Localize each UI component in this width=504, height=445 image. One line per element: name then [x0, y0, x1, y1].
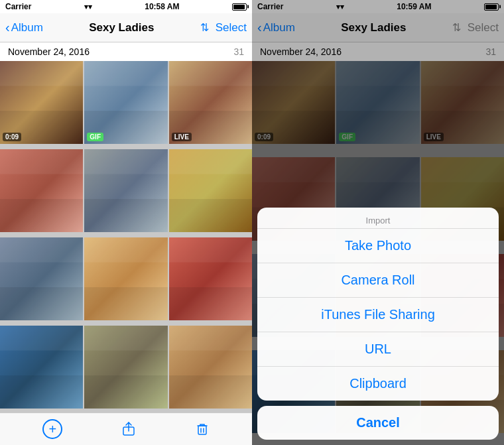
svg-rect-2: [198, 426, 206, 434]
photo-cell[interactable]: [0, 237, 83, 320]
photo-badge: GIF: [87, 133, 103, 141]
left-nav-bar: ‹ Album Sexy Ladies ⇅ Select: [0, 13, 252, 42]
action-sheet-title: Import: [257, 208, 499, 228]
photo-badge: LIVE: [172, 133, 192, 141]
photo-cell[interactable]: 0:09: [0, 61, 83, 144]
photo-cell[interactable]: [0, 149, 83, 232]
action-sheet-overlay: Import Take Photo Camera Roll iTunes Fil…: [252, 0, 504, 445]
photo-cell[interactable]: [84, 326, 167, 409]
photo-cell[interactable]: [169, 149, 252, 232]
photo-cell[interactable]: [0, 326, 83, 409]
take-photo-button[interactable]: Take Photo: [257, 229, 499, 263]
camera-roll-button[interactable]: Camera Roll: [257, 263, 499, 297]
action-sheet-group: Import Take Photo Camera Roll iTunes Fil…: [257, 208, 499, 401]
left-date-label: November 24, 2016: [8, 46, 90, 57]
photo-badge: 0:09: [3, 133, 21, 141]
clipboard-button[interactable]: Clipboard: [257, 367, 499, 401]
left-select-button[interactable]: Select: [216, 21, 247, 34]
photo-cell[interactable]: [84, 149, 167, 232]
left-status-bar: Carrier ▾▾ 10:58 AM: [0, 0, 252, 13]
photo-cell[interactable]: [84, 237, 167, 320]
delete-button[interactable]: [195, 422, 210, 436]
left-bottom-toolbar: +: [0, 413, 252, 445]
left-photo-grid: 0:09GIFLIVE: [0, 61, 252, 413]
sort-icon[interactable]: ⇅: [200, 21, 209, 34]
itunes-file-sharing-button[interactable]: iTunes File Sharing: [257, 298, 499, 332]
left-nav-actions: ⇅ Select: [200, 21, 247, 34]
left-back-label: Album: [11, 21, 43, 34]
left-battery-area: [232, 3, 247, 11]
action-sheet: Import Take Photo Camera Roll iTunes Fil…: [252, 208, 504, 445]
share-button[interactable]: [121, 422, 136, 436]
left-back-chevron: ‹: [5, 21, 10, 34]
left-date-header: November 24, 2016 31: [0, 42, 252, 61]
action-sheet-cancel-group: Cancel: [257, 406, 499, 440]
photo-cell[interactable]: LIVE: [169, 61, 252, 144]
add-button[interactable]: +: [42, 419, 62, 439]
left-back-button[interactable]: ‹ Album: [5, 21, 43, 34]
photo-cell[interactable]: [169, 237, 252, 320]
left-nav-title: Sexy Ladies: [89, 21, 154, 34]
cancel-button[interactable]: Cancel: [257, 406, 499, 440]
left-date-count: 31: [233, 46, 244, 57]
photo-cell[interactable]: [169, 326, 252, 409]
left-time: 10:58 AM: [145, 2, 179, 11]
right-phone-panel: Carrier ▾▾ 10:59 AM ‹ Album Sexy Ladies …: [252, 0, 504, 445]
photo-cell[interactable]: GIF: [84, 61, 167, 144]
left-phone-panel: Carrier ▾▾ 10:58 AM ‹ Album Sexy Ladies …: [0, 0, 252, 445]
url-button[interactable]: URL: [257, 332, 499, 366]
left-battery-icon: [232, 3, 247, 11]
left-carrier: Carrier: [5, 2, 31, 11]
